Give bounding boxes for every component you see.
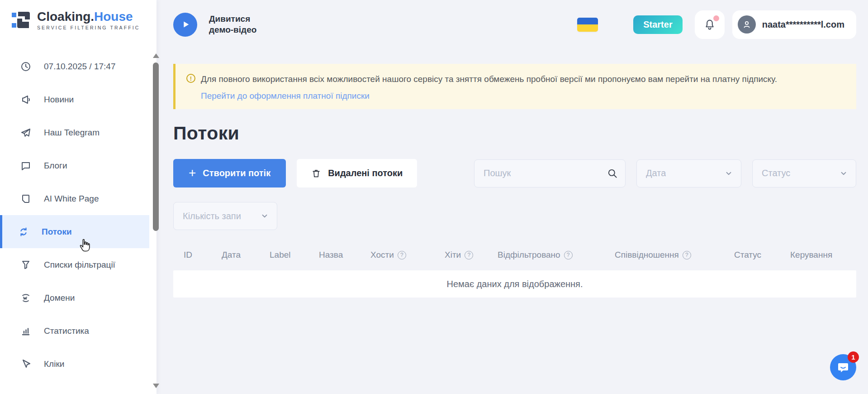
sidebar-item-statistics[interactable]: Статистика bbox=[0, 314, 157, 347]
column-date: Дата bbox=[222, 250, 270, 260]
search-box bbox=[474, 159, 626, 187]
sidebar-item-flows[interactable]: Потоки bbox=[0, 215, 149, 248]
help-icon[interactable]: ? bbox=[564, 251, 573, 259]
domain-www-icon bbox=[20, 293, 31, 303]
sidebar-item-clicks[interactable]: Кліки bbox=[0, 347, 157, 380]
sidebar-item-domains[interactable]: Домени bbox=[0, 281, 157, 314]
column-status: Статус bbox=[734, 250, 790, 260]
sidebar-item-label: Блоги bbox=[44, 161, 67, 171]
column-label: Label bbox=[270, 250, 319, 260]
flag-blue-stripe bbox=[577, 18, 598, 25]
sidebar-item-label: Домени bbox=[44, 293, 75, 303]
demo-video-line1: Дивитися bbox=[209, 14, 256, 24]
plus-icon: + bbox=[189, 167, 196, 179]
brand-logo-icon bbox=[11, 9, 32, 31]
play-demo-button[interactable] bbox=[173, 13, 197, 37]
chat-smile-icon bbox=[836, 360, 850, 374]
scrollbar-thumb[interactable] bbox=[153, 62, 159, 231]
create-flow-button[interactable]: + Створити потік bbox=[173, 159, 286, 187]
sidebar-item-label: Статистика bbox=[44, 326, 89, 336]
brand-name: Cloaking.House bbox=[37, 10, 140, 24]
records-count-label: Кількість запи bbox=[183, 211, 241, 221]
refresh-icon bbox=[18, 226, 29, 237]
sidebar-item-datetime[interactable]: 07.10.2025 / 17:47 bbox=[0, 50, 157, 83]
column-label: Хости bbox=[370, 250, 394, 260]
sidebar-nav: 07.10.2025 / 17:47 Новини Наш Telegram Б… bbox=[0, 50, 157, 380]
sidebar-item-label: Кліки bbox=[44, 359, 64, 369]
sidebar-item-label: Потоки bbox=[42, 227, 72, 237]
column-actions: Керування bbox=[790, 250, 856, 260]
chat-unread-badge: 1 bbox=[848, 351, 859, 363]
records-count-select[interactable]: Кількість запи bbox=[173, 202, 277, 230]
chat-bubble-icon bbox=[20, 160, 31, 171]
play-icon bbox=[180, 19, 190, 29]
sidebar-item-label: AI White Page bbox=[44, 194, 99, 204]
scrollbar-down-arrow[interactable] bbox=[153, 384, 159, 388]
sidebar-item-label: 07.10.2025 / 17:47 bbox=[44, 62, 115, 72]
notification-dot bbox=[713, 15, 719, 21]
topbar: Дивитися демо-відео Starter bbox=[173, 0, 856, 49]
search-input[interactable] bbox=[474, 159, 626, 187]
telegram-icon bbox=[20, 127, 31, 138]
bar-chart-icon bbox=[20, 326, 31, 336]
deleted-flows-button[interactable]: Видалені потоки bbox=[297, 159, 417, 187]
sidebar: Cloaking.House SERVICE FILTERING TRAFFIC… bbox=[0, 0, 157, 394]
search-icon[interactable] bbox=[607, 168, 618, 179]
chevron-down-icon bbox=[840, 169, 848, 178]
upgrade-subscription-link[interactable]: Перейти до оформлення платної підписки bbox=[201, 91, 370, 101]
sidebar-item-telegram[interactable]: Наш Telegram bbox=[0, 116, 157, 149]
column-name: Назва bbox=[319, 250, 370, 260]
sidebar-item-filter-lists[interactable]: Списки фільтрації bbox=[0, 248, 157, 281]
column-hits: Хіти? bbox=[445, 250, 498, 260]
date-filter-select[interactable]: Дата bbox=[636, 159, 741, 187]
cursor-arrow-icon bbox=[20, 359, 31, 370]
warning-icon: ! bbox=[186, 74, 195, 83]
brand-text: Cloaking.House SERVICE FILTERING TRAFFIC bbox=[37, 10, 140, 30]
brand-name-dark: Cloaking. bbox=[37, 10, 94, 24]
brand-tagline: SERVICE FILTERING TRAFFIC bbox=[37, 25, 140, 30]
sidebar-scrollbar[interactable] bbox=[152, 0, 160, 394]
funnel-icon bbox=[20, 259, 31, 270]
chevron-down-icon bbox=[725, 169, 733, 178]
megaphone-icon bbox=[20, 94, 31, 105]
help-icon[interactable]: ? bbox=[683, 251, 691, 259]
page-title: Потоки bbox=[173, 123, 856, 144]
app-root: Cloaking.House SERVICE FILTERING TRAFFIC… bbox=[0, 0, 868, 394]
avatar bbox=[738, 15, 756, 34]
create-flow-label: Створити потік bbox=[203, 168, 270, 178]
column-label: Хіти bbox=[445, 250, 461, 260]
trial-warning-banner: ! Для повного використання всіх можливос… bbox=[173, 64, 856, 109]
sidebar-item-news[interactable]: Новини bbox=[0, 83, 157, 116]
column-ratio: Співвідношення? bbox=[615, 250, 734, 260]
language-flag-ukraine[interactable] bbox=[577, 18, 598, 32]
help-icon[interactable]: ? bbox=[465, 251, 473, 259]
plan-badge-button[interactable]: Starter bbox=[633, 15, 682, 34]
account-menu[interactable]: naata**********l.com bbox=[732, 10, 856, 39]
demo-video-label[interactable]: Дивитися демо-відео bbox=[209, 14, 256, 35]
date-filter-label: Дата bbox=[646, 168, 666, 178]
sidebar-item-label: Новини bbox=[44, 95, 74, 105]
scrollbar-up-arrow[interactable] bbox=[153, 53, 159, 58]
deleted-flows-label: Видалені потоки bbox=[328, 168, 403, 178]
page-icon bbox=[20, 193, 31, 204]
status-filter-label: Статус bbox=[762, 168, 790, 178]
trash-icon bbox=[311, 168, 321, 178]
banner-row: ! Для повного використання всіх можливос… bbox=[186, 73, 845, 85]
person-icon bbox=[741, 19, 752, 30]
chevron-down-icon bbox=[261, 212, 269, 220]
column-label: Відфільтровано bbox=[498, 250, 560, 260]
column-label: Керування bbox=[790, 250, 832, 260]
table-header: ID Дата Label Назва Хости? Хіти? Відфіль… bbox=[173, 250, 856, 260]
notifications-button[interactable] bbox=[695, 10, 725, 39]
help-icon[interactable]: ? bbox=[398, 251, 406, 259]
status-filter-select[interactable]: Статус bbox=[752, 159, 856, 187]
column-id: ID bbox=[184, 250, 222, 260]
brand-logo[interactable]: Cloaking.House SERVICE FILTERING TRAFFIC bbox=[0, 0, 157, 31]
toolbar: + Створити потік Видалені потоки Дата bbox=[173, 159, 856, 187]
clock-icon bbox=[20, 61, 31, 72]
sidebar-item-ai-white-page[interactable]: AI White Page bbox=[0, 182, 157, 215]
column-label: Назва bbox=[319, 250, 343, 260]
main-area: Дивитися демо-відео Starter bbox=[161, 0, 868, 394]
column-label: ID bbox=[184, 250, 192, 260]
sidebar-item-blogs[interactable]: Блоги bbox=[0, 149, 157, 182]
